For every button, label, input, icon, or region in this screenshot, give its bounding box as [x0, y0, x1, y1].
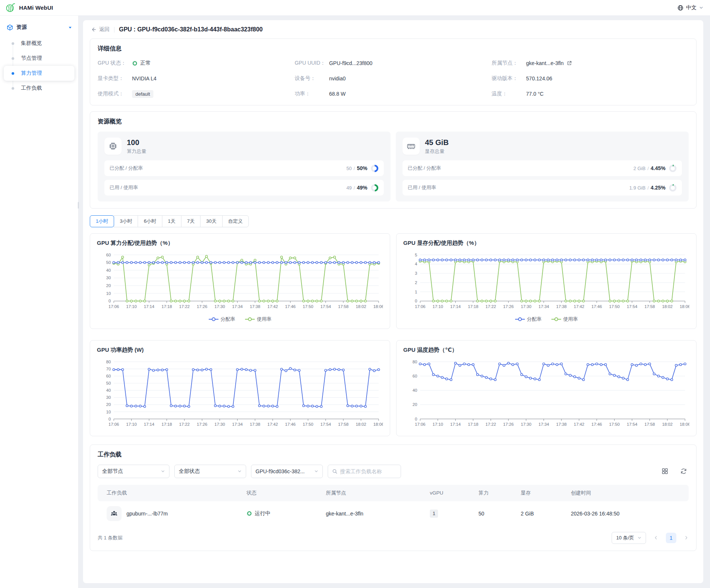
svg-text:17:46: 17:46 [591, 422, 602, 427]
time-range-tab-自定义[interactable]: 自定义 [222, 215, 249, 227]
resource-card-compute: 100 算力总量 已分配 / 分配率 50 / 50% 已用 / 使用率 49 … [98, 132, 391, 201]
sidebar-group-resources[interactable]: 资源 [0, 21, 78, 36]
time-range-tab-30天[interactable]: 30天 [200, 215, 222, 227]
sidebar-collapse-handle[interactable] [78, 202, 79, 209]
metric-value: 50 [346, 166, 352, 171]
prev-page-button[interactable] [654, 535, 658, 540]
svg-text:5: 5 [415, 253, 417, 257]
svg-text:17:30: 17:30 [521, 422, 531, 427]
svg-text:0: 0 [415, 416, 417, 421]
legend-item-使用率[interactable]: 使用率 [551, 316, 578, 323]
time-range-tab-7天[interactable]: 7天 [181, 215, 201, 227]
sidebar-item-compute-management[interactable]: 算力管理 [4, 66, 74, 81]
chart-card-temperature-trend: GPU 温度趋势（℃） 02040608017:0617:1017:1417:1… [396, 340, 697, 436]
svg-text:17:38: 17:38 [250, 304, 260, 309]
status-filter-select[interactable]: 全部状态 [174, 465, 246, 478]
svg-text:17:26: 17:26 [503, 422, 514, 427]
detail-title: 详细信息 [98, 45, 689, 53]
back-icon [91, 27, 97, 33]
status-dot-icon [132, 61, 137, 66]
sidebar-item-workloads[interactable]: 工作负载 [0, 81, 78, 96]
language-selector[interactable]: 中文 [677, 4, 703, 11]
svg-text:17:54: 17:54 [320, 422, 331, 427]
metric-percent: 49% [357, 185, 367, 191]
detail-field-device-no: 设备号： nvidia0 [295, 74, 492, 83]
chevron-down-icon [238, 469, 242, 473]
svg-text:17:18: 17:18 [468, 422, 478, 427]
time-range-tab-1天[interactable]: 1天 [162, 215, 181, 227]
page-size-select[interactable]: 10 条/页 [612, 532, 646, 544]
gpu-filter-select[interactable]: GPU-f9cd036c-382... [251, 465, 323, 478]
pagination: 10 条/页 1 [612, 532, 689, 544]
svg-text:30: 30 [106, 275, 111, 280]
detail-field-gpu-type: 显卡类型： NVIDIA L4 [98, 74, 295, 83]
node-filter-select[interactable]: 全部节点 [98, 465, 169, 478]
svg-text:18:02: 18:02 [356, 304, 366, 309]
svg-text:20: 20 [106, 283, 111, 288]
time-range-tab-1小时[interactable]: 1小时 [90, 215, 114, 227]
workload-name[interactable]: gpuburn-...-lb77m [126, 511, 168, 517]
workload-search-input[interactable] [340, 468, 397, 474]
page: HAMi WebUI 中文 资源 [0, 0, 710, 588]
svg-text:17:10: 17:10 [126, 304, 137, 309]
legend-item-分配率[interactable]: 分配率 [209, 316, 235, 323]
field-label: 所属节点： [492, 60, 526, 67]
mode-badge: default [132, 90, 153, 98]
svg-text:17:34: 17:34 [538, 304, 549, 309]
detail-field-power: 功率： 68.8 W [295, 89, 492, 98]
time-range-tab-3小时[interactable]: 3小时 [114, 215, 138, 227]
svg-text:30: 30 [106, 395, 111, 400]
time-range-tab-6小时[interactable]: 6小时 [138, 215, 162, 227]
column-settings-button[interactable] [659, 466, 670, 477]
detail-field-node: 所属节点： gke-kant...e-3fln [492, 59, 689, 68]
status-dot-icon [247, 511, 252, 516]
chart-legend: 分配率使用率 [403, 314, 689, 325]
legend-item-使用率[interactable]: 使用率 [245, 316, 272, 323]
chart-card-memory-trend: GPU 显存分配/使用趋势（%） 01234517:0617:1017:1417… [396, 233, 697, 329]
timeline-dot [12, 42, 14, 45]
donut-progress [669, 164, 677, 172]
chart-card-power-trend: GPU 功率趋势 (W) 0102030405060708017:0617:10… [90, 340, 390, 436]
line-chart: 010203040506017:0617:1017:1417:1817:2217… [97, 250, 383, 314]
workload-node: gke-kant...e-3fln [326, 511, 430, 517]
svg-text:17:22: 17:22 [179, 422, 190, 427]
metric-percent: 4.45% [651, 165, 665, 171]
svg-text:17:54: 17:54 [627, 422, 637, 427]
svg-text:17:26: 17:26 [197, 422, 207, 427]
svg-text:17:06: 17:06 [108, 304, 119, 309]
resource-overview-title: 资源概览 [98, 118, 689, 126]
metric-label: 已分配 / 分配率 [408, 165, 633, 172]
node-filter-value: 全部节点 [102, 468, 123, 475]
svg-text:50: 50 [106, 260, 111, 265]
line-chart: 01234517:0617:1017:1417:1817:2217:2617:3… [403, 250, 689, 314]
detail-field-gpu-status: GPU 状态： 正常 [98, 59, 295, 68]
sidebar-item-node-management[interactable]: 节点管理 [0, 51, 78, 66]
refresh-button[interactable] [678, 466, 689, 477]
svg-text:20: 20 [413, 402, 417, 407]
resource-metric-row: 已用 / 使用率 1.9 GiB / 4.25% [403, 180, 682, 196]
workload-icon [107, 506, 122, 521]
svg-text:40: 40 [106, 268, 111, 273]
svg-text:17:14: 17:14 [144, 304, 154, 309]
metric-label: 已用 / 使用率 [408, 184, 629, 191]
page-title: GPU : GPU-f9cd036c-382f-b13d-443f-8baac3… [119, 26, 263, 33]
workload-compute: 50 [478, 511, 521, 517]
detail-field-driver-version: 驱动版本： 570.124.06 [492, 74, 689, 83]
svg-text:18:06: 18:06 [373, 304, 383, 309]
svg-text:3: 3 [415, 271, 417, 275]
svg-text:70: 70 [106, 366, 111, 371]
svg-text:17:50: 17:50 [609, 422, 619, 427]
svg-text:18:06: 18:06 [680, 422, 689, 427]
metric-value: 49 [346, 185, 352, 191]
page-number-1[interactable]: 1 [666, 533, 676, 543]
legend-item-分配率[interactable]: 分配率 [515, 316, 542, 323]
external-link-icon[interactable] [567, 61, 572, 66]
field-label: 温度： [492, 90, 526, 97]
field-value: 77.0 °C [526, 91, 544, 97]
svg-text:60: 60 [106, 374, 111, 378]
back-button[interactable]: 返回 [91, 26, 110, 33]
next-page-button[interactable] [684, 535, 689, 540]
resource-card-memory: 45 GiB 显存总量 已分配 / 分配率 2 GiB / 4.45% 已用 /… [396, 132, 689, 201]
sidebar-item-cluster-overview[interactable]: 集群概览 [0, 36, 78, 51]
svg-text:17:34: 17:34 [538, 422, 549, 427]
